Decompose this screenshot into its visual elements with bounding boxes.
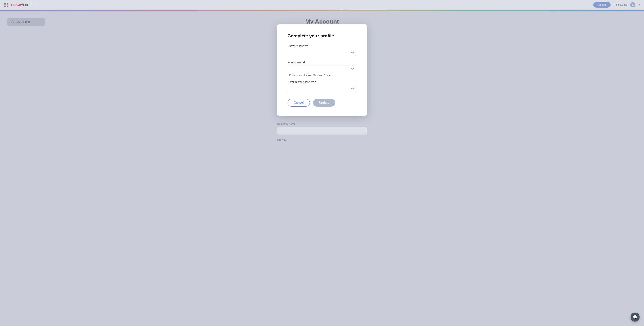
eye-icon-new[interactable]	[351, 67, 354, 71]
modal: Complete your profile Current password N…	[277, 24, 367, 116]
chat-icon: 💬	[633, 315, 638, 319]
current-password-label: Current password	[288, 44, 356, 47]
eye-icon-current[interactable]	[351, 51, 354, 55]
current-password-input[interactable]	[288, 49, 356, 57]
modal-actions: Cancel Update	[288, 99, 356, 107]
new-password-label: New password	[288, 61, 356, 64]
new-password-group: New password · 13 characters · Letters ·…	[288, 61, 356, 77]
chat-bubble[interactable]: 💬	[630, 313, 640, 322]
svg-point-6	[352, 88, 353, 89]
current-password-wrapper	[288, 49, 356, 57]
eye-icon-confirm[interactable]	[351, 87, 354, 91]
confirm-password-wrapper	[288, 85, 356, 93]
current-password-group: Current password	[288, 44, 356, 57]
modal-title: Complete your profile	[288, 33, 356, 38]
new-password-input[interactable]	[288, 65, 356, 73]
confirm-password-input[interactable]	[288, 85, 356, 93]
svg-point-4	[352, 68, 353, 69]
confirm-password-group: Confirm new password *	[288, 80, 356, 93]
cancel-button[interactable]: Cancel	[288, 99, 310, 107]
update-button[interactable]: Update	[313, 99, 335, 107]
svg-point-2	[352, 52, 353, 53]
new-password-wrapper	[288, 65, 356, 73]
modal-overlay: Complete your profile Current password N…	[0, 0, 644, 326]
password-hint: · 13 characters · Letters · Numbers · Sy…	[288, 74, 356, 77]
confirm-password-label: Confirm new password *	[288, 80, 356, 83]
